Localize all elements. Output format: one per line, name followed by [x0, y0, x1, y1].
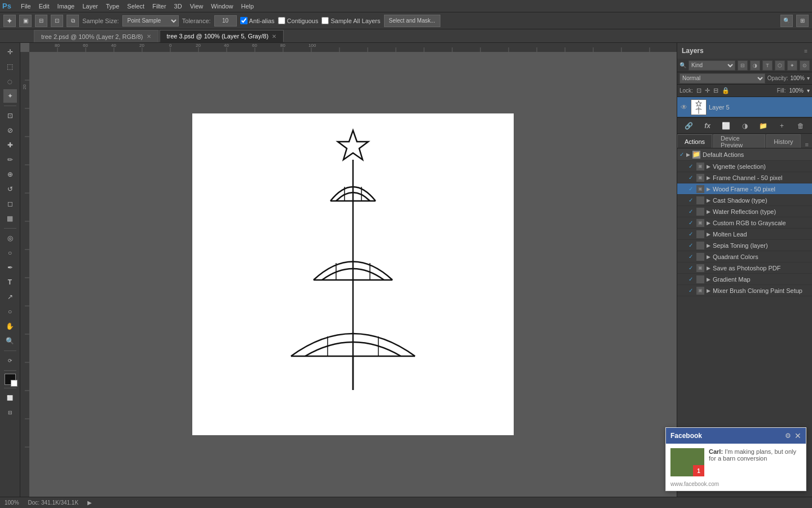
menu-view[interactable]: View	[186, 2, 208, 11]
quick-select-tool[interactable]: ✦	[3, 89, 17, 103]
type-tool[interactable]: T	[3, 275, 17, 289]
canvas-document[interactable]	[192, 113, 514, 435]
filter-type-btn[interactable]: T	[762, 60, 773, 71]
action-item-water[interactable]: ✓ ▶ Water Reflection (type)	[677, 206, 812, 217]
lock-all-icon[interactable]: 🔒	[722, 87, 730, 94]
lasso-tool[interactable]: ◌	[3, 75, 17, 88]
zoom-tool[interactable]: 🔍	[3, 334, 17, 348]
filter-adj-btn[interactable]: ◑	[750, 60, 760, 71]
canvas-area[interactable]: 80 60 40 20 0 20 40 60 80 100	[20, 43, 677, 497]
panel-menu[interactable]: ≡	[802, 141, 812, 148]
menu-filter[interactable]: Filter	[148, 2, 170, 11]
filter-pixel-btn[interactable]: ⊟	[738, 60, 748, 71]
menu-file[interactable]: File	[17, 2, 35, 11]
rotate-view-tool[interactable]: ⟳	[3, 354, 17, 367]
clone-tool[interactable]: ⊕	[3, 168, 17, 181]
tab-device-preview[interactable]: Device Preview	[713, 134, 765, 148]
fx-button[interactable]: fx	[701, 120, 714, 132]
tab-tree2[interactable]: tree 2.psd @ 100% (Layer 2, RGB/8) ✕	[34, 30, 158, 42]
layer-row-layer5[interactable]: 👁 Layer 5	[677, 97, 812, 117]
action-item-mixer[interactable]: ✓ ▣ ▶ Mixer Brush Cloning Paint Setup	[677, 285, 812, 296]
fb-notification-gear-icon[interactable]: ⚙	[785, 432, 791, 440]
tolerance-input[interactable]	[214, 15, 237, 27]
filter-shape-btn[interactable]: ⬡	[775, 60, 785, 71]
menu-type[interactable]: Type	[102, 2, 123, 11]
create-layer-button[interactable]: +	[776, 120, 788, 132]
tab-tree2-close[interactable]: ✕	[147, 33, 151, 40]
status-arrow[interactable]: ▶	[87, 500, 92, 506]
layer-visibility-icon[interactable]: 👁	[679, 103, 689, 112]
blend-mode-select[interactable]: Normal	[679, 73, 765, 84]
menu-edit[interactable]: Edit	[35, 2, 54, 11]
tab-history[interactable]: History	[766, 134, 800, 148]
sample-all-layers-label[interactable]: Sample All Layers	[321, 17, 380, 24]
tool-icon-3[interactable]: ⊡	[51, 15, 63, 27]
fill-arrow[interactable]: ▾	[807, 87, 810, 94]
canvas-wrapper[interactable]	[29, 52, 677, 497]
tool-icon-1[interactable]: ▣	[19, 15, 32, 27]
tab-tree3-close[interactable]: ✕	[272, 33, 276, 40]
dodge-tool[interactable]: ○	[3, 246, 17, 260]
heal-tool[interactable]: ✚	[3, 138, 17, 152]
panel-layout-icon[interactable]: ⊞	[796, 15, 809, 27]
select-and-mask-button[interactable]: Select and Mask...	[384, 15, 440, 27]
tab-tree3[interactable]: tree 3.psd @ 100% (Layer 5, Gray/8) ✕	[160, 30, 284, 42]
gradient-tool[interactable]: ▦	[3, 212, 17, 225]
screen-mode-tool[interactable]: ⊟	[3, 406, 17, 419]
layers-menu-button[interactable]: ≡	[804, 48, 807, 54]
brush-tool[interactable]: ✏	[3, 153, 17, 167]
action-item-sepia[interactable]: ✓ ▶ Sepia Toning (layer)	[677, 240, 812, 251]
action-item-pdf[interactable]: ✓ ▣ ▶ Save as Photoshop PDF	[677, 262, 812, 274]
foreground-color[interactable]	[5, 374, 16, 385]
menu-image[interactable]: Image	[54, 2, 79, 11]
history-brush-tool[interactable]: ↺	[3, 182, 17, 196]
pen-tool[interactable]: ✒	[3, 261, 17, 274]
sample-size-select[interactable]: Point Sample	[122, 15, 179, 27]
action-item-custom-rgb[interactable]: ✓ ▣ ▶ Custom RGB to Grayscale	[677, 217, 812, 229]
action-item-vignette[interactable]: ✓ ▣ ▶ Vignette (selection)	[677, 161, 812, 172]
action-item-frame[interactable]: ✓ ▣ ▶ Frame Channel - 50 pixel	[677, 172, 812, 183]
action-item-wood[interactable]: ✓ ▣ ▶ Wood Frame - 50 pixel	[677, 183, 812, 195]
menu-window[interactable]: Window	[207, 2, 237, 11]
filter-toggle[interactable]: ⊙	[800, 60, 810, 71]
delete-layer-button[interactable]: 🗑	[795, 120, 807, 132]
opacity-value[interactable]: 100%	[790, 75, 805, 81]
blur-tool[interactable]: ◎	[3, 231, 17, 245]
opacity-arrow[interactable]: ▾	[807, 75, 810, 81]
lock-pixels-icon[interactable]: ⊡	[696, 87, 701, 94]
lock-artboard-icon[interactable]: ⊟	[713, 87, 718, 94]
menu-3d[interactable]: 3D	[170, 2, 186, 11]
action-group-default[interactable]: ✓ ▶ 📁 Default Actions	[677, 148, 812, 161]
menu-layer[interactable]: Layer	[78, 2, 102, 11]
search-icon[interactable]: 🔍	[780, 15, 793, 27]
magic-wand-tool-icon[interactable]: ✦	[3, 15, 16, 27]
link-layers-button[interactable]: 🔗	[683, 120, 695, 132]
contiguous-label[interactable]: Contiguous	[278, 17, 319, 24]
fill-value[interactable]: 100%	[789, 87, 804, 94]
anti-alias-label[interactable]: Anti-alias	[240, 17, 275, 24]
select-tool[interactable]: ⬚	[3, 60, 17, 73]
hand-tool[interactable]: ✋	[3, 319, 17, 333]
tool-icon-2[interactable]: ⊟	[35, 15, 47, 27]
quick-mask-tool[interactable]: ⬜	[3, 391, 17, 405]
action-item-cast[interactable]: ✓ ▶ Cast Shadow (type)	[677, 195, 812, 206]
crop-tool[interactable]: ⊡	[3, 109, 17, 122]
menu-help[interactable]: Help	[237, 2, 258, 11]
filter-smart-btn[interactable]: ✦	[787, 60, 797, 71]
eraser-tool[interactable]: ◻	[3, 197, 17, 211]
shape-tool[interactable]: ○	[3, 305, 17, 318]
create-adj-button[interactable]: ◑	[739, 120, 751, 132]
add-mask-button[interactable]: ⬜	[720, 120, 732, 132]
fb-notification-close-icon[interactable]: ✕	[795, 431, 801, 440]
layers-kind-select[interactable]: Kind	[689, 60, 735, 71]
action-item-molten[interactable]: ✓ ▶ Molten Lead	[677, 229, 812, 240]
path-select-tool[interactable]: ↗	[3, 290, 17, 304]
create-group-button[interactable]: 📁	[757, 120, 770, 132]
tab-actions[interactable]: Actions	[677, 134, 712, 148]
action-item-gradient[interactable]: ✓ ▶ Gradient Map	[677, 274, 812, 285]
tool-icon-4[interactable]: ⧉	[67, 15, 79, 27]
lock-position-icon[interactable]: ✛	[705, 87, 710, 94]
eyedropper-tool[interactable]: ⊘	[3, 124, 17, 137]
action-item-quadrant[interactable]: ✓ ▶ Quadrant Colors	[677, 251, 812, 262]
move-tool[interactable]: ✛	[3, 45, 17, 59]
